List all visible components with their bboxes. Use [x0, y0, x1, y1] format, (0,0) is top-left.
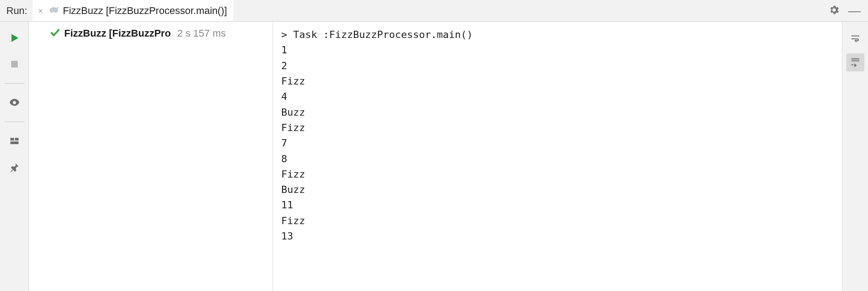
svg-rect-3 — [10, 141, 19, 144]
console-line: Buzz — [281, 107, 305, 118]
rerun-button[interactable] — [5, 29, 24, 47]
run-tool-header: Run: × FizzBuzz [FizzBuzzProcessor.main(… — [0, 0, 868, 22]
console-line: Fizz — [281, 169, 305, 180]
settings-gear-icon[interactable] — [824, 4, 844, 18]
run-panel-title: Run: — [6, 5, 27, 17]
show-passed-toggle[interactable] — [5, 94, 24, 112]
gutter-separator — [5, 122, 24, 122]
minimize-panel-icon[interactable]: — — [844, 8, 864, 14]
console-line: Fizz — [281, 215, 305, 226]
tab-label: FizzBuzz [FizzBuzzProcessor.main()] — [63, 5, 227, 17]
svg-rect-0 — [11, 61, 18, 68]
console-task-line: > Task :FizzBuzzProcessor.main() — [281, 29, 473, 40]
svg-rect-1 — [10, 138, 14, 141]
svg-rect-2 — [15, 138, 19, 141]
console-output[interactable]: > Task :FizzBuzzProcessor.main() 1 2 Fiz… — [273, 22, 842, 291]
stop-button[interactable] — [5, 55, 24, 73]
test-tree-pane[interactable]: FizzBuzz [FizzBuzzPro 2 s 157 ms — [29, 22, 273, 291]
console-line: Fizz — [281, 75, 305, 87]
tree-item-duration: 2 s 157 ms — [177, 28, 226, 39]
tree-item-label: FizzBuzz [FizzBuzzPro — [64, 28, 171, 39]
console-line: 2 — [281, 60, 287, 71]
left-action-gutter — [0, 22, 29, 291]
gutter-separator — [5, 83, 24, 84]
console-line: 13 — [281, 230, 293, 242]
scroll-to-end-icon[interactable] — [846, 53, 864, 71]
console-line: 4 — [281, 91, 287, 102]
soft-wrap-icon[interactable] — [846, 30, 864, 48]
console-line: 7 — [281, 137, 287, 149]
gradle-elephant-icon — [48, 5, 59, 17]
success-check-icon — [50, 27, 61, 40]
console-line: Fizz — [281, 122, 305, 133]
console-line: Buzz — [281, 184, 305, 195]
run-config-tab[interactable]: × FizzBuzz [FizzBuzzProcessor.main()] — [33, 0, 233, 21]
console-line: 1 — [281, 44, 287, 56]
tree-root-item[interactable]: FizzBuzz [FizzBuzzPro 2 s 157 ms — [50, 27, 267, 40]
console-line: 8 — [281, 153, 287, 164]
right-action-gutter — [842, 22, 868, 291]
close-tab-icon[interactable]: × — [36, 7, 45, 15]
layout-button[interactable] — [5, 132, 24, 150]
console-line: 11 — [281, 199, 293, 211]
pin-button[interactable] — [5, 158, 24, 176]
